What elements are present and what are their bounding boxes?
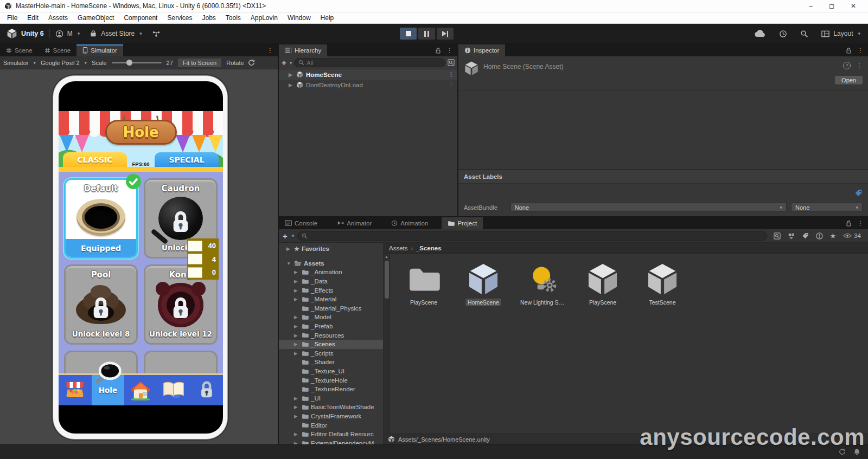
menu-tools[interactable]: Tools: [221, 12, 246, 23]
tree-folder-crystalframework[interactable]: ▶CrystalFramework: [279, 412, 383, 421]
project-search-input[interactable]: [297, 231, 767, 241]
item-menu-button[interactable]: ⋮: [448, 81, 454, 88]
close-button[interactable]: ✕: [851, 2, 856, 10]
menu-applovin[interactable]: AppLovin: [246, 12, 283, 23]
step-button[interactable]: [437, 28, 454, 40]
tree-folder-_texture_ui[interactable]: _Texture_UI: [279, 367, 383, 376]
minimize-button[interactable]: –: [809, 2, 813, 10]
skin-card-default[interactable]: DefaultEquipped: [64, 178, 138, 258]
tree-folder-_prefab[interactable]: ▶_Prefab: [279, 322, 383, 331]
search-filter-icon[interactable]: [448, 59, 455, 66]
asset-menu-button[interactable]: ⋮: [856, 62, 863, 69]
menu-gameobject[interactable]: GameObject: [73, 12, 119, 23]
add-object-button[interactable]: +: [282, 59, 286, 67]
debug-input[interactable]: [188, 254, 202, 264]
tab-animation[interactable]: Animation: [385, 217, 434, 229]
tree-folder-_texturehole[interactable]: _TextureHole: [279, 376, 383, 385]
menu-jobs[interactable]: Jobs: [197, 12, 220, 23]
menu-component[interactable]: Component: [119, 12, 162, 23]
hierarchy-item-homescene[interactable]: ▶ HomeScene ⋮: [279, 69, 457, 80]
menu-help[interactable]: Help: [316, 12, 339, 23]
asset-item-homescene[interactable]: HomeScene: [458, 262, 508, 306]
tab-scene-0[interactable]: Scene: [0, 44, 39, 56]
lock-panel-icon[interactable]: [846, 220, 852, 227]
debug-input[interactable]: [188, 241, 202, 251]
tree-folder-_material_physics[interactable]: _Material_Physics: [279, 304, 383, 313]
tab-console[interactable]: Console: [279, 217, 323, 229]
help-icon[interactable]: ?: [843, 62, 851, 69]
breadcrumb-assets[interactable]: Assets: [389, 245, 408, 251]
menu-edit[interactable]: Edit: [22, 12, 43, 23]
tree-folder-_model[interactable]: ▶_Model: [279, 313, 383, 322]
expand-arrow-icon[interactable]: ▶: [294, 341, 299, 347]
tree-assets-root[interactable]: ▼Assets: [279, 259, 383, 268]
panel-menu-button[interactable]: ⋮: [857, 219, 864, 227]
expand-arrow-icon[interactable]: ▶: [294, 441, 299, 444]
menu-window[interactable]: Window: [283, 12, 316, 23]
asset-item-playscene[interactable]: PlayScene: [578, 262, 628, 306]
scale-slider[interactable]: [112, 62, 162, 63]
tree-folder-externaldependencym[interactable]: ▶ExternalDependencyM: [279, 438, 383, 444]
content-scrollbar[interactable]: ▲: [384, 254, 390, 434]
menu-assets[interactable]: Assets: [43, 12, 73, 23]
packages-filter-icon[interactable]: [788, 232, 795, 240]
scroll-up-arrow[interactable]: ▲: [385, 255, 388, 258]
saved-search-icon[interactable]: [774, 232, 781, 240]
pause-button[interactable]: [418, 28, 435, 40]
simulator-mode-dropdown[interactable]: Simulator▾: [3, 60, 36, 66]
item-menu-button[interactable]: ⋮: [448, 71, 454, 78]
hierarchy-search-input[interactable]: All: [294, 58, 445, 67]
expand-arrow-icon[interactable]: ▶: [294, 269, 299, 275]
tree-folder-editor default resourc[interactable]: ▶Editor Default Resourc: [279, 430, 383, 439]
skin-card-pool[interactable]: PoolUnlock level 8: [64, 264, 138, 345]
nav-hole[interactable]: Hole: [92, 375, 125, 405]
cloud-button[interactable]: [754, 29, 766, 37]
lock-panel-icon[interactable]: [435, 47, 441, 54]
expand-arrow-icon[interactable]: ▶: [294, 396, 299, 401]
menu-services[interactable]: Services: [162, 12, 197, 23]
asset-store-menu[interactable]: Asset Store ▾: [90, 30, 142, 37]
tag-icon[interactable]: [854, 189, 863, 197]
expand-arrow-icon[interactable]: ▶: [294, 351, 299, 356]
open-scene-button[interactable]: Open: [835, 76, 863, 85]
tab-project[interactable]: Project: [442, 217, 483, 229]
tree-folder-_ui[interactable]: ▶_UI: [279, 394, 383, 403]
tree-folder-_resources[interactable]: ▶_Resources: [279, 331, 383, 340]
version-control-button[interactable]: [152, 30, 161, 37]
hierarchy-item-dontdestroyonload[interactable]: ▶ DontDestroyOnLoad ⋮: [279, 80, 457, 90]
breadcrumb-scenes[interactable]: _Scenes: [416, 245, 442, 251]
nav-home[interactable]: [124, 375, 157, 405]
maximize-button[interactable]: ◻: [829, 2, 834, 10]
asset-item-new-lighting-setti-[interactable]: New Lighting Setti...: [518, 262, 568, 306]
skin-card-partial[interactable]: [144, 351, 218, 375]
tree-folder-_data[interactable]: ▶_Data: [279, 277, 383, 286]
nav-lock[interactable]: [190, 375, 223, 405]
expand-arrow-icon[interactable]: ▶: [294, 279, 299, 284]
debug-input[interactable]: [188, 267, 202, 278]
tab-simulator-2[interactable]: Simulator: [76, 44, 123, 56]
tree-folder-_material[interactable]: ▶_Material: [279, 295, 383, 304]
nav-book[interactable]: [157, 375, 190, 405]
tab-animator[interactable]: Animator: [331, 217, 378, 229]
expand-arrow-icon[interactable]: ▶: [289, 82, 293, 88]
tab-hierarchy[interactable]: Hierarchy: [279, 44, 327, 56]
panel-menu-button[interactable]: ⋮: [446, 47, 453, 54]
label-filter-icon[interactable]: [802, 232, 809, 240]
assetbundle-dropdown[interactable]: None ▾: [510, 203, 787, 212]
asset-item-testscene[interactable]: TestScene: [637, 262, 687, 306]
classic-tab[interactable]: CLASSIC: [63, 152, 127, 167]
special-tab[interactable]: SPECIAL: [155, 152, 219, 167]
expand-arrow-icon[interactable]: ▶: [294, 324, 299, 329]
tree-folder-_animation[interactable]: ▶_Animation: [279, 268, 383, 277]
expand-arrow-icon[interactable]: ▶: [294, 288, 299, 293]
tree-favorites[interactable]: ▶★Favorites: [279, 244, 383, 254]
nav-shop[interactable]: [59, 375, 92, 405]
collapse-arrow-icon[interactable]: ▼: [286, 261, 292, 266]
search-button[interactable]: [800, 30, 808, 38]
create-asset-button[interactable]: +: [283, 232, 288, 240]
panel-menu-button[interactable]: ⋮: [857, 47, 864, 54]
history-button[interactable]: [779, 30, 787, 38]
tree-folder-_scripts[interactable]: ▶_Scripts: [279, 349, 383, 358]
expand-arrow-icon[interactable]: ▶: [286, 246, 292, 251]
account-menu[interactable]: M ▾: [55, 30, 80, 38]
